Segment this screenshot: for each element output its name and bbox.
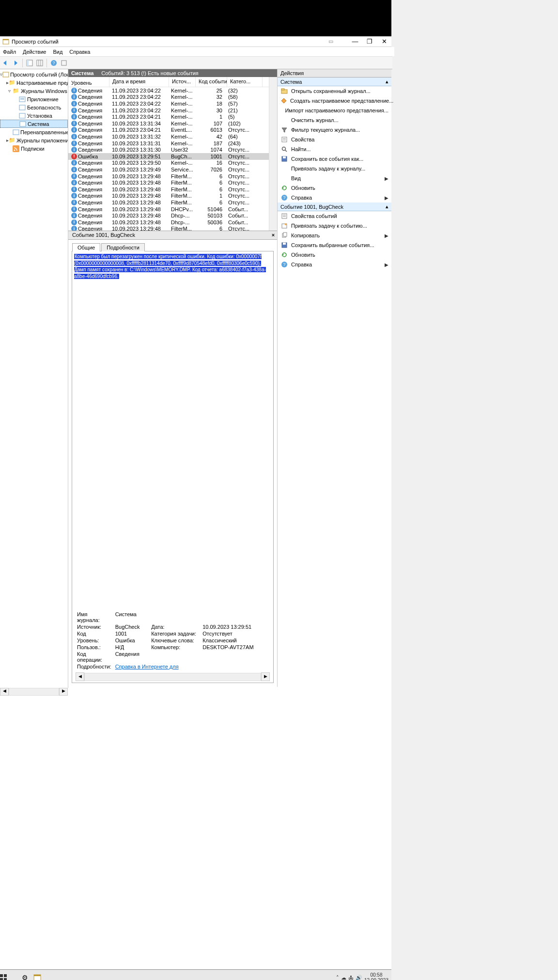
event-row[interactable]: iСведения10.09.2023 13:29:48Dhcp-...5010… [68,212,269,219]
scroll-left-icon[interactable]: ◀ [0,688,9,696]
action-item[interactable]: Свойства событий [278,211,391,221]
event-row[interactable]: iСведения10.09.2023 13:29:48DHCPv...5104… [68,206,269,213]
action-item[interactable]: Привязать задачу к журналу... [278,164,391,173]
tree-item-security[interactable]: Безопасность [0,103,68,111]
tree-item-forwarded[interactable]: Перенаправленные соб [0,128,68,136]
scroll-right-icon[interactable]: ▶ [261,672,270,681]
source-text: BugCh... [168,154,194,159]
event-row[interactable]: iСведения10.09.2023 13:29:48FilterM...1О… [68,193,269,200]
online-help-link[interactable]: Справка в Интернете для [115,664,179,669]
source-text: Kernel-... [168,114,194,120]
detail-tabs: Общие Подробности [68,240,277,251]
event-row[interactable]: iСведения11.09.2023 23:04:22Kernel-...32… [68,94,269,101]
detail-hscroll[interactable]: ◀▶ [76,673,270,681]
taskbar-clock[interactable]: 00:5812.09.2023 [364,972,388,980]
tree-label: Безопасность [27,105,61,110]
chevron-down-icon[interactable]: ▿ [6,88,12,93]
menu-file[interactable]: Файл [3,49,16,55]
event-row[interactable]: iСведения10.09.2023 13:31:30User321074От… [68,146,269,153]
event-row[interactable]: iСведения10.09.2023 13:29:48FilterM...6О… [68,226,269,231]
tree-item-system[interactable]: Система [0,120,68,128]
menu-help[interactable]: Справка [69,49,90,55]
event-row[interactable]: !Ошибка10.09.2023 13:29:51BugCh...1001От… [68,153,269,160]
event-row[interactable]: iСведения10.09.2023 13:29:48Dhcp-...5003… [68,219,269,226]
action-item[interactable]: Фильтр текущего журнала... [278,125,391,135]
action-item[interactable]: Привязать задачу к событию... [278,221,391,231]
action-item[interactable]: Обновить [278,183,391,193]
event-row[interactable]: iСведения10.09.2023 13:29:49Service...70… [68,166,269,173]
menu-view[interactable]: Вид [53,49,62,55]
close-button[interactable]: ✕ [377,38,391,45]
event-row[interactable]: iСведения11.09.2023 23:04:22Kernel-...25… [68,87,269,94]
detail-close-button[interactable]: × [269,232,277,238]
svg-text:?: ? [283,195,285,200]
event-row[interactable]: iСведения11.09.2023 23:04:22Kernel-...30… [68,107,269,114]
tree-item-setup[interactable]: Установка [0,111,68,120]
col-source[interactable]: Источ... [169,77,196,87]
col-category[interactable]: Катего... [227,77,263,87]
help-toolbar-icon[interactable]: ? [49,59,58,67]
prop-label: Код [75,630,113,637]
collapse-icon[interactable]: ▴ [386,78,388,85]
action-item[interactable]: Копировать▶ [278,231,391,240]
col-datetime[interactable]: Дата и время [109,77,169,87]
toolbar-extra-icon[interactable] [60,59,68,67]
scroll-track[interactable] [9,688,59,696]
col-level[interactable]: Уровень [68,77,109,87]
action-item[interactable]: Очистить журнал... [278,115,391,125]
volume-icon[interactable]: 🔊 [356,975,362,980]
action-item[interactable]: Вид▶ [278,173,391,183]
start-button[interactable] [0,974,16,980]
taskbar-eventviewer-icon[interactable] [33,973,49,980]
tree-subscriptions[interactable]: Подписки [0,144,68,153]
action-item[interactable]: ?Справка▶ [278,260,391,269]
action-item[interactable]: Обновить [278,250,391,260]
action-item[interactable]: Свойства [278,135,391,144]
minimize-button[interactable]: — [348,38,362,45]
maximize-button[interactable]: ❐ [362,38,377,45]
forward-icon[interactable] [11,59,20,67]
event-row[interactable]: iСведения10.09.2023 13:31:32Kernel-...42… [68,133,269,140]
tab-general[interactable]: Общие [72,243,100,251]
tab-details[interactable]: Подробности [101,243,145,251]
network-icon[interactable]: 🖧 [348,975,354,980]
event-row[interactable]: iСведения10.09.2023 13:29:50Kernel-...16… [68,160,269,167]
event-row[interactable]: iСведения10.09.2023 13:29:48FilterM...6О… [68,173,269,180]
tree-windows-logs[interactable]: ▿📁Журналы Windows [0,87,68,95]
back-icon[interactable] [1,59,10,67]
action-item[interactable]: Импорт настраиваемого представления... [278,106,391,115]
col-code[interactable]: Код события [196,77,227,87]
scroll-left-icon[interactable]: ◀ [76,672,84,681]
event-row[interactable]: iСведения10.09.2023 13:29:48FilterM...6О… [68,179,269,186]
tree-custom-views[interactable]: ▸📁Настраиваемые предста [0,78,68,87]
collapse-icon[interactable]: ▴ [386,203,388,210]
datetime-text: 10.09.2023 13:31:34 [109,121,168,126]
scroll-track[interactable] [84,673,261,681]
event-row[interactable]: iСведения11.09.2023 23:04:22Kernel-...18… [68,100,269,107]
tree-root[interactable]: ▿Просмотр событий (Локальны [0,70,68,78]
tray-chevron-icon[interactable]: ˄ [336,975,339,980]
event-row[interactable]: iСведения10.09.2023 13:31:31Kernel-...18… [68,140,269,147]
event-row[interactable]: iСведения10.09.2023 13:29:48FilterM...6О… [68,199,269,206]
taskbar-settings-icon[interactable]: ⚙ [16,974,33,980]
show-tree-icon[interactable] [25,59,34,67]
grid-scrollbar[interactable] [269,77,277,231]
action-item[interactable]: ?Справка▶ [278,193,391,202]
columns-icon[interactable] [35,59,44,67]
action-item[interactable]: Создать настраиваемое представление... [278,96,391,106]
event-properties: Имя журнала:Система Источник:BugCheckДат… [72,609,273,672]
event-row[interactable]: iСведения11.09.2023 23:04:21EventL...601… [68,127,269,134]
event-row[interactable]: iСведения10.09.2023 13:29:48FilterM...6О… [68,186,269,193]
event-row[interactable]: iСведения11.09.2023 23:04:21Kernel-...1(… [68,113,269,120]
scroll-right-icon[interactable]: ▶ [59,688,68,696]
event-description[interactable]: Компьютер был перезагружен после критиче… [74,253,271,607]
event-row[interactable]: iСведения10.09.2023 13:31:34Kernel-...10… [68,120,269,127]
tree-app-services[interactable]: ▸📁Журналы приложений и сл [0,136,68,144]
tree-item-application[interactable]: Приложение [0,95,68,103]
action-item[interactable]: Сохранить выбранные события... [278,240,391,250]
action-item[interactable]: Сохранить все события как... [278,154,391,164]
menu-action[interactable]: Действие [23,49,46,55]
action-item[interactable]: Найти... [278,144,391,154]
cloud-icon[interactable]: ☁ [341,975,346,980]
action-item[interactable]: Открыть сохраненный журнал... [278,86,391,96]
